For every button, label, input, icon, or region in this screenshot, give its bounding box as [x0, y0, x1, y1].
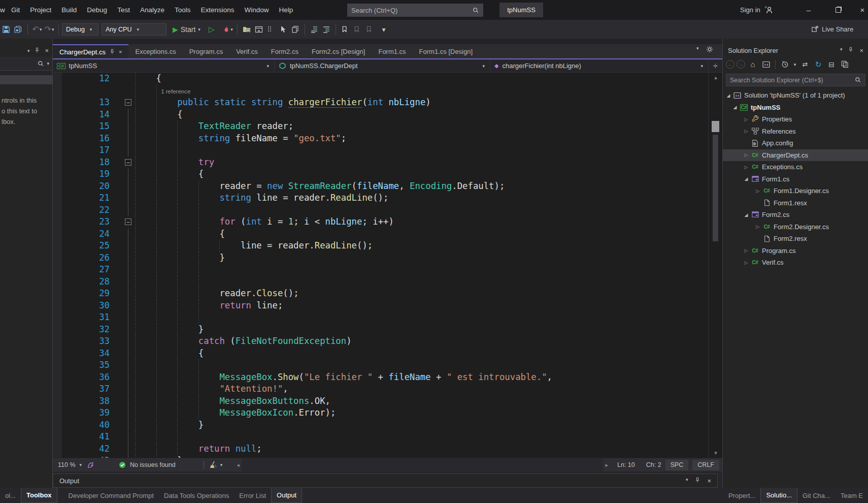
menu-item-help[interactable]: Help [274, 0, 298, 20]
side-tab-team-e[interactable]: Team E [836, 488, 868, 503]
menu-item-project[interactable]: Project [25, 0, 56, 20]
close-icon[interactable]: × [707, 477, 711, 485]
tree-expanded-icon[interactable]: ◢ [731, 105, 739, 110]
tree-expanded-icon[interactable]: ◢ [725, 93, 732, 98]
toolbox-search-input[interactable]: ▾ [0, 57, 52, 71]
menu-item-build[interactable]: Build [56, 0, 82, 20]
zoom-level-select[interactable]: 110 % [58, 461, 76, 468]
menu-item-analyze[interactable]: Analyze [135, 0, 170, 20]
solution-explorer-search-input[interactable]: Search Solution Explorer (Ctrl+$) [726, 74, 865, 86]
configuration-select[interactable]: Debug▾ [62, 23, 98, 36]
home-button[interactable]: ⌂ [747, 59, 758, 70]
restore-button[interactable] [826, 0, 850, 20]
line-ending-indicator[interactable]: CRLF [692, 460, 719, 470]
codelens-references[interactable]: 1 reference [135, 88, 190, 95]
tree-item-chargerdept-cs[interactable]: ▷C#ChargerDept.cs [723, 149, 868, 162]
menu-item-extensions[interactable]: Extensions [195, 0, 239, 20]
tree-expanded-icon[interactable]: ◢ [743, 212, 750, 217]
health-status-label[interactable]: No issues found [130, 461, 176, 468]
chevron-down-icon[interactable]: ▾ [27, 48, 30, 53]
tree-collapsed-icon[interactable]: ▷ [743, 165, 750, 170]
forward-button[interactable]: → [737, 60, 745, 69]
member-dropdown[interactable]: ◆ chargerFichier(int nbLigne) ▾ [490, 59, 708, 72]
menu-item-debug[interactable]: Debug [82, 0, 112, 20]
quick-search-input[interactable]: Search (Ctrl+Q) [347, 4, 483, 17]
toggle-bookmark-button[interactable] [339, 23, 351, 36]
side-tab-git-cha-[interactable]: Git Cha... [797, 488, 836, 503]
editor-vertical-scrollbar[interactable]: ▴ ▾ [708, 73, 722, 458]
sign-in-button[interactable]: Sign in [740, 0, 773, 20]
sync-with-active-document-button[interactable]: ⇄ [799, 59, 811, 70]
live-share-button[interactable]: Live Share [811, 20, 853, 39]
save-button[interactable] [0, 23, 12, 36]
panel-tab-data-tools-operations[interactable]: Data Tools Operations [159, 488, 234, 503]
pin-icon[interactable] [694, 477, 700, 485]
fold-toggle[interactable]: – [125, 159, 131, 166]
tab-options-gear-icon[interactable] [706, 46, 713, 53]
minimize-button[interactable]: – [797, 0, 820, 20]
tree-collapsed-icon[interactable]: ▷ [743, 152, 750, 158]
decrease-indent-button[interactable] [308, 23, 320, 36]
redo-button[interactable]: ↷▾ [43, 23, 55, 36]
menu-item-clipped[interactable]: w [0, 6, 6, 14]
show-all-files-button[interactable] [839, 59, 850, 70]
start-without-debugging-button[interactable]: ▷ [206, 23, 218, 36]
close-icon[interactable]: × [45, 47, 49, 54]
close-icon[interactable]: × [119, 49, 122, 55]
type-dropdown[interactable]: tpNumSS.ChargerDept ▾ [274, 59, 490, 72]
tree-item-form2-cs[interactable]: ◢Form2.cs [723, 209, 868, 221]
tree-item-form1-resx[interactable]: Form1.resx [723, 197, 868, 209]
previous-bookmark-button[interactable] [351, 23, 363, 36]
tree-item-form1-designer-cs[interactable]: ▷C#Form1.Designer.cs [723, 185, 868, 197]
menu-item-git[interactable]: Git [6, 0, 25, 20]
menu-item-test[interactable]: Test [112, 0, 135, 20]
close-button[interactable]: × [857, 0, 868, 20]
scroll-down-icon[interactable]: ▾ [709, 450, 723, 456]
back-button[interactable]: ← [726, 60, 735, 69]
toolbar-overflow-button[interactable]: ▾ [378, 23, 390, 36]
pending-changes-filter-button[interactable] [779, 59, 790, 70]
panel-tab-error-list[interactable]: Error List [234, 488, 271, 503]
tab-exceptions-cs[interactable]: Exceptions.cs [128, 44, 182, 58]
hot-reload-button[interactable]: ▾ [222, 23, 234, 36]
bottom-tab-ol-[interactable]: ol... [0, 488, 21, 503]
tab-verif-cs[interactable]: Verif.cs [229, 44, 264, 58]
pin-icon[interactable] [848, 47, 854, 54]
tree-item-form2-resx[interactable]: Form2.resx [723, 233, 868, 245]
column-guides-button[interactable] [265, 23, 277, 36]
code-editor[interactable]: 12{1 reference13–public static string ch… [53, 73, 722, 458]
refresh-button[interactable]: ↻ [813, 59, 824, 70]
next-bookmark-button[interactable] [363, 23, 376, 36]
tree-item-references[interactable]: ▷References [723, 125, 868, 138]
project-chip[interactable]: tpNumSS [499, 3, 543, 17]
scrollbar-thumb[interactable] [712, 121, 719, 132]
tab-form2-cs-design-[interactable]: Form2.cs [Design] [305, 44, 372, 58]
line-indicator[interactable]: Ln: 10 [617, 461, 635, 468]
fold-toggle[interactable]: – [125, 218, 131, 225]
tab-list-chevron-icon[interactable]: ▾ [696, 46, 699, 53]
menu-item-tools[interactable]: Tools [170, 0, 196, 20]
filter-chevron-icon[interactable]: ▾ [792, 59, 797, 70]
tree-collapsed-icon[interactable]: ▷ [743, 129, 750, 134]
scroll-right-icon[interactable]: ▸ [605, 462, 608, 468]
code-cleanup-broom-icon[interactable] [209, 461, 217, 469]
start-debug-button[interactable]: ▶Start▾ [173, 23, 201, 36]
tab-chargerdept-cs[interactable]: ChargerDept.cs× [53, 44, 128, 58]
space-mode-indicator[interactable]: SPC [665, 460, 689, 470]
switch-views-button[interactable] [760, 59, 772, 70]
document-health-icon[interactable] [87, 461, 94, 469]
split-window-button[interactable]: ÷ [708, 59, 722, 72]
chevron-down-icon[interactable]: ▾ [686, 477, 688, 485]
pin-icon[interactable] [109, 49, 115, 55]
column-indicator[interactable]: Ch: 2 [646, 461, 661, 468]
horizontal-scrollbar[interactable] [242, 458, 604, 471]
project-dropdown[interactable]: C# tpNumSS ▾ [53, 59, 274, 72]
tab-form1-cs[interactable]: Form1.cs [372, 44, 412, 58]
panel-tab-output[interactable]: Output [271, 488, 302, 503]
platform-select[interactable]: Any CPU▾ [102, 23, 166, 36]
tree-collapsed-icon[interactable]: ▷ [754, 188, 761, 194]
find-in-files-button[interactable] [241, 23, 253, 36]
scroll-up-icon[interactable]: ▴ [709, 74, 723, 81]
save-all-button[interactable] [12, 23, 24, 36]
tree-collapsed-icon[interactable]: ▷ [743, 117, 750, 122]
